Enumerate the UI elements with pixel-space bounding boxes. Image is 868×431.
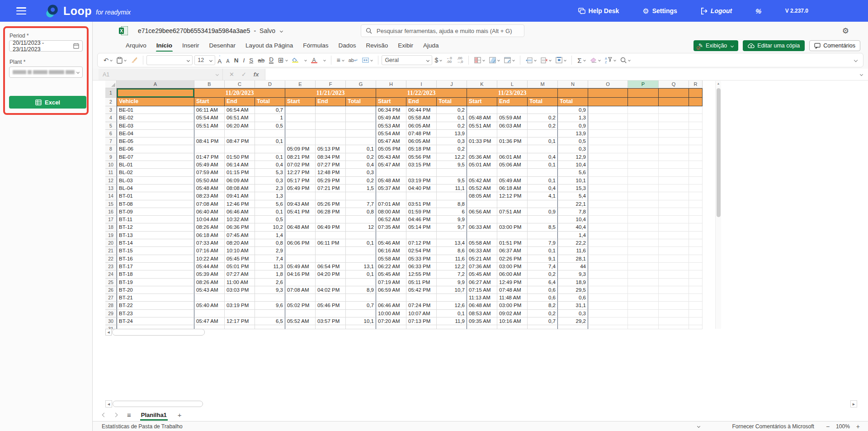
column-header-B[interactable]: B (194, 81, 225, 88)
cell[interactable] (659, 145, 689, 153)
column-header-A[interactable]: A (117, 81, 194, 88)
cell[interactable]: 0,1 (255, 153, 285, 161)
cell[interactable] (588, 185, 628, 192)
cell[interactable]: 6,4 (528, 279, 558, 286)
row-header-10[interactable]: 10 (105, 161, 117, 169)
cell[interactable]: 07:51 AM (497, 208, 528, 216)
cell[interactable]: 05:02 PM (285, 302, 316, 309)
cell[interactable]: 06:18 AM (194, 232, 225, 239)
cell[interactable] (588, 325, 628, 329)
cell[interactable] (316, 216, 346, 223)
cell[interactable] (628, 255, 659, 263)
sheet-list-icon[interactable]: ≡ (127, 411, 131, 419)
row-header-29[interactable]: 29 (105, 310, 117, 317)
cell[interactable] (689, 302, 703, 309)
cell[interactable] (628, 114, 659, 122)
cell[interactable] (285, 114, 316, 122)
cell[interactable]: 03:03 PM (225, 286, 255, 294)
cell[interactable]: 06:05 AM (406, 137, 437, 145)
cell[interactable] (689, 325, 703, 329)
cell[interactable]: 09:02 AM (497, 310, 528, 317)
cell[interactable] (346, 216, 376, 223)
cell[interactable]: 06:00 AM (497, 270, 528, 278)
cell[interactable] (194, 294, 225, 302)
cell[interactable] (528, 130, 558, 137)
sheet-tab-planilha1[interactable]: Planilha1 (140, 409, 168, 421)
row-header-9[interactable]: 9 (105, 153, 117, 161)
insert-function-icon[interactable]: fx (254, 71, 259, 78)
cell[interactable]: 07:27 AM (225, 270, 255, 278)
cell[interactable]: BT-19 (117, 279, 194, 286)
menu-tab-revisão[interactable]: Revisão (361, 40, 393, 52)
cell[interactable] (406, 192, 437, 200)
cell[interactable]: 05:51 AM (467, 122, 497, 130)
row-header-4[interactable]: 4 (105, 114, 117, 122)
cell[interactable]: BE-07 (117, 153, 194, 161)
cell[interactable]: 07:13 PM (406, 317, 437, 325)
cell[interactable] (689, 145, 703, 153)
status-chevron-icon[interactable] (697, 425, 700, 428)
zoom-level[interactable]: 100% (836, 423, 850, 430)
cell[interactable]: 06:05 AM (406, 122, 437, 130)
cell[interactable]: 9,1 (528, 255, 558, 263)
cell[interactable]: 08:47 PM (225, 137, 255, 145)
cell[interactable]: 01:59 PM (406, 208, 437, 216)
row-header-5[interactable]: 5 (105, 122, 117, 130)
cell[interactable]: 06:56 AM (467, 208, 497, 216)
floating-horizontal-scrollbar[interactable]: ◀ (105, 329, 205, 336)
cell[interactable] (689, 216, 703, 223)
cell[interactable]: 18,9 (558, 279, 588, 286)
cell[interactable] (467, 200, 497, 208)
cell[interactable]: 0,2 (528, 122, 558, 130)
cell[interactable]: 0,4 (528, 185, 558, 192)
cell[interactable]: 0,1 (528, 137, 558, 145)
row-header-14[interactable]: 14 (105, 192, 117, 200)
logout-button[interactable]: Logout (701, 7, 732, 14)
cell[interactable] (588, 106, 628, 114)
cell[interactable] (659, 122, 689, 130)
cell[interactable]: 05:58 AM (467, 239, 497, 247)
cell[interactable]: 05:06 AM (497, 161, 528, 169)
cell[interactable]: 07:48 PM (406, 130, 437, 137)
cell[interactable] (558, 325, 588, 329)
cell[interactable] (628, 122, 659, 130)
cell[interactable] (659, 200, 689, 208)
cancel-entry-icon[interactable]: ✕ (229, 71, 234, 78)
cell[interactable] (628, 192, 659, 200)
cell[interactable] (689, 114, 703, 122)
cell[interactable]: 06:34 PM (376, 106, 406, 114)
cell[interactable]: 12,9 (558, 153, 588, 161)
cell[interactable]: 05:49 AM (285, 263, 316, 270)
cell[interactable]: 1,8 (255, 270, 285, 278)
cell[interactable]: 07:08 AM (194, 200, 225, 208)
cell[interactable] (659, 286, 689, 294)
cell[interactable]: 05:29 PM (316, 177, 346, 185)
cell[interactable] (588, 192, 628, 200)
cell[interactable]: 40,4 (558, 223, 588, 231)
cell[interactable] (406, 169, 437, 176)
cell[interactable]: 01:47 PM (194, 153, 225, 161)
cell[interactable]: 07:35 AM (376, 223, 406, 231)
cell[interactable] (689, 239, 703, 247)
cell[interactable] (376, 169, 406, 176)
cell[interactable] (316, 130, 346, 137)
cell[interactable]: 9,9 (437, 216, 467, 223)
sort-filter-button[interactable]: A Z (603, 56, 618, 65)
cell[interactable]: 2,9 (255, 247, 285, 255)
cell[interactable] (628, 279, 659, 286)
cell[interactable] (285, 279, 316, 286)
cell[interactable]: 09:41 AM (225, 192, 255, 200)
cell[interactable]: 0,3 (558, 145, 588, 153)
cell[interactable] (346, 106, 376, 114)
cell[interactable] (689, 223, 703, 231)
cell[interactable]: 06:44 PM (406, 106, 437, 114)
vertical-scroll-thumb[interactable] (717, 88, 721, 217)
cell[interactable]: 0,4 (346, 161, 376, 169)
cell[interactable] (285, 325, 316, 329)
next-sheet-icon[interactable] (113, 413, 118, 417)
cell[interactable]: 0,2 (346, 153, 376, 161)
workbook-statistics-button[interactable]: Estatísticas de Pasta de Trabalho (102, 423, 183, 430)
cell[interactable] (588, 239, 628, 247)
cell[interactable] (225, 325, 255, 329)
cell[interactable]: 0,2 (528, 310, 558, 317)
